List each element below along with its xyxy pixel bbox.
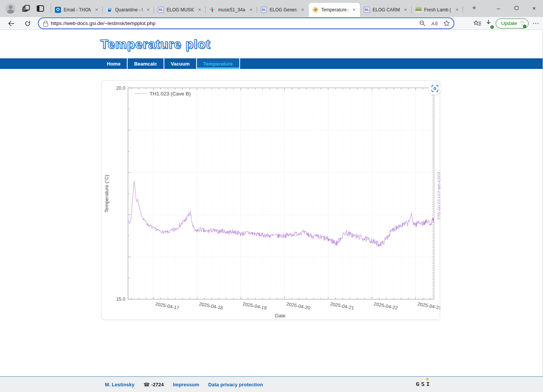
now-annotation: 2025-04-23T10:05:02Z <box>437 172 440 220</box>
browser-tabs: OEmail - THOM×Quarantine - M×ELELOG MUSI… <box>51 3 463 17</box>
nav-tab-vacuum[interactable]: Vacuum <box>164 58 197 69</box>
new-tab-button[interactable]: + <box>469 3 479 13</box>
outlook-favicon-icon: O <box>55 7 61 13</box>
page-footer: M. Lestinsky ☎ -2724 Impressum Data priv… <box>0 376 543 392</box>
elog-favicon-icon: EL <box>364 7 370 13</box>
zoom-out-icon[interactable] <box>419 20 426 27</box>
nav-tab-beamcalc[interactable]: Beamcalc <box>128 58 164 69</box>
read-aloud-icon[interactable]: A <box>431 20 438 27</box>
svg-text:2025-04-21: 2025-04-21 <box>330 301 354 311</box>
svg-text:20.0: 20.0 <box>116 86 125 91</box>
temperature-chart-card: 20.015.02025-04-172025-04-182025-04-1920… <box>101 80 440 320</box>
address-bar[interactable]: https://web-docs.gsi.de/~lestinsk/temppl… <box>38 17 454 29</box>
browser-essentials-heart-icon: ♡! <box>520 20 524 27</box>
download-success-badge: ✓ <box>490 25 494 29</box>
legend-label: TH1.023 (Cave B) <box>150 91 191 97</box>
workspaces-icon[interactable] <box>22 5 30 12</box>
tab-label: ELOG MUSIC5 <box>167 7 194 12</box>
elog-favicon-icon: EL <box>261 7 267 13</box>
tab-close-icon[interactable]: × <box>351 7 357 13</box>
phone-icon: ☎ <box>144 382 150 387</box>
reset-zoom-button[interactable] <box>428 82 442 95</box>
tab-close-icon[interactable]: × <box>145 7 151 13</box>
tab-label: Quarantine - M <box>115 7 142 12</box>
favorites-list-icon[interactable] <box>473 20 481 27</box>
browser-tab[interactable]: Temperature p× <box>309 3 360 17</box>
settings-menu-icon[interactable]: ⋯ <box>532 19 539 27</box>
impressum-link[interactable]: Impressum <box>173 382 199 387</box>
page-content: Temperature plot HomeBeamcalcVacuumTempe… <box>0 30 543 376</box>
temperature-chart[interactable]: 20.015.02025-04-172025-04-182025-04-1920… <box>102 81 440 320</box>
svg-text:2025-04-22: 2025-04-22 <box>373 301 398 311</box>
browser-tab[interactable]: Fresh Lamb | W× <box>412 3 463 17</box>
svg-text:2025-04-19: 2025-04-19 <box>242 301 267 311</box>
tab-close-icon[interactable]: × <box>94 7 100 13</box>
favorite-star-icon[interactable] <box>443 20 450 27</box>
browser-tab[interactable]: ELELOG General× <box>257 3 309 17</box>
tab-close-icon[interactable]: × <box>403 7 409 13</box>
tab-label: music51_34ar <box>218 7 245 12</box>
temperature-series <box>128 181 434 247</box>
tab-label: Email - THOM <box>64 7 91 12</box>
tab-close-icon[interactable]: × <box>454 7 460 13</box>
close-button[interactable]: × <box>525 0 543 16</box>
url-text[interactable]: https://web-docs.gsi.de/~lestinsk/temppl… <box>51 20 419 26</box>
browser-tab[interactable]: music51_34ar× <box>206 3 257 17</box>
svg-text:Temperature (°C): Temperature (°C) <box>104 175 109 212</box>
gsi-logo: GSI <box>416 381 431 387</box>
slack-favicon-icon <box>209 7 215 13</box>
tab-label: ELOG CARME <box>373 7 400 12</box>
page-title: Temperature plot <box>100 37 211 52</box>
browser-tab[interactable]: Quarantine - M× <box>103 3 154 17</box>
svg-text:2025-04-18: 2025-04-18 <box>198 301 223 311</box>
phone-number: ☎ -2724 <box>144 382 164 387</box>
profile-avatar-icon[interactable] <box>5 3 16 14</box>
back-arrow-icon <box>9 21 14 26</box>
tab-close-icon[interactable]: × <box>197 7 203 13</box>
nav-tab-home[interactable]: Home <box>100 58 128 69</box>
https-lock-icon[interactable] <box>43 21 47 26</box>
nav-tab-temperature[interactable]: Temperature <box>197 58 240 69</box>
update-button-label: Update <box>501 20 517 26</box>
tab-close-icon[interactable]: × <box>248 7 254 13</box>
lock-favicon-icon <box>106 7 112 13</box>
lamb-favicon-icon <box>415 7 421 13</box>
atom-favicon-icon <box>312 7 318 13</box>
author-link[interactable]: M. Lestinsky <box>105 382 134 387</box>
window-controls: – × <box>490 0 543 16</box>
elog-favicon-icon: EL <box>158 7 164 13</box>
tab-label: Fresh Lamb | W <box>424 7 451 12</box>
svg-text:2025-04-23: 2025-04-23 <box>417 301 440 311</box>
browser-tab[interactable]: OEmail - THOM× <box>51 3 103 17</box>
maximize-icon <box>515 6 518 10</box>
browser-toolbar: https://web-docs.gsi.de/~lestinsk/temppl… <box>0 17 543 30</box>
tab-label: Temperature p <box>321 7 348 12</box>
svg-text:15.0: 15.0 <box>116 297 125 302</box>
reset-zoom-icon <box>431 85 438 92</box>
refresh-button[interactable] <box>22 18 33 29</box>
tab-close-icon[interactable]: × <box>300 7 306 13</box>
browser-tab-strip: OEmail - THOM×Quarantine - M×ELELOG MUSI… <box>0 0 543 17</box>
maximize-button[interactable] <box>507 0 525 16</box>
download-icon <box>485 19 492 26</box>
svg-text:A: A <box>431 21 435 27</box>
browser-tab[interactable]: ELELOG CARME× <box>360 3 412 17</box>
browser-tab[interactable]: ELELOG MUSIC5× <box>154 3 206 17</box>
back-button[interactable] <box>5 18 17 29</box>
tab-actions-icon[interactable] <box>37 5 44 12</box>
refresh-icon <box>26 21 30 25</box>
minimize-button[interactable]: – <box>490 0 507 16</box>
update-button[interactable]: Update ♡! <box>496 19 529 28</box>
alert-badge: ! <box>523 25 526 28</box>
data-privacy-link[interactable]: Data privacy protection <box>208 382 263 387</box>
svg-text:2025-04-17: 2025-04-17 <box>155 301 179 311</box>
site-navbar: HomeBeamcalcVacuumTemperature <box>0 58 543 69</box>
svg-text:2025-04-20: 2025-04-20 <box>286 301 311 311</box>
svg-text:Date: Date <box>275 313 285 319</box>
downloads-button[interactable]: ✓ <box>485 19 492 28</box>
tab-label: ELOG General <box>270 7 297 12</box>
